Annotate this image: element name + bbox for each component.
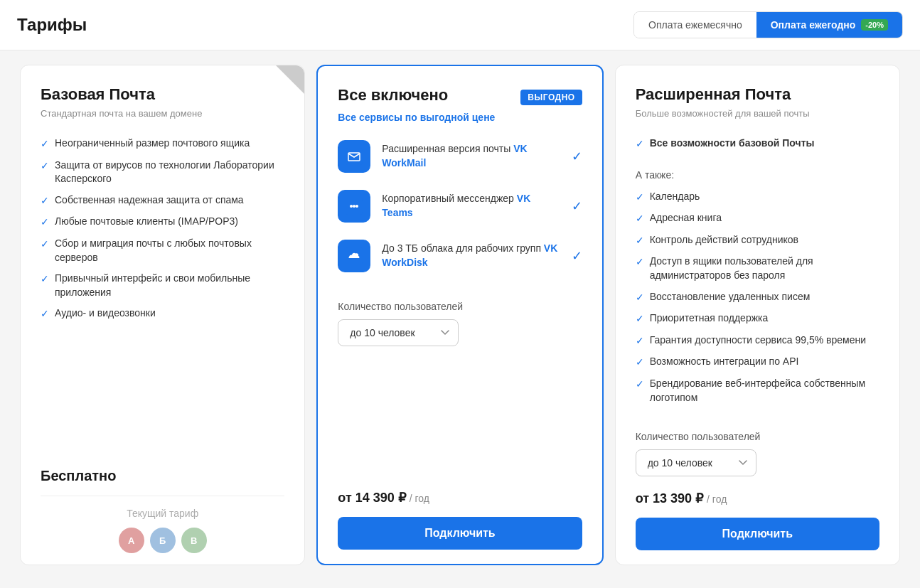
plan-badge-row: Все включено ВЫГОДНО: [338, 86, 582, 109]
plan-all-inclusive-name: Все включено: [338, 86, 448, 105]
plan-all-inclusive: Все включено ВЫГОДНО Все сервисы по выго…: [316, 65, 603, 565]
feature-text: Возможность интеграции по API: [650, 355, 799, 369]
feature-text: Восстановление удаленных писем: [650, 290, 811, 304]
check-icon: ✓: [636, 356, 644, 370]
connect-button-all-inclusive[interactable]: Подключить: [338, 517, 582, 550]
users-select-extended[interactable]: до 10 человек: [636, 449, 756, 476]
check-icon: ✓: [636, 137, 644, 151]
plans-container: Базовая Почта Стандартная почта на вашем…: [0, 50, 920, 579]
service-item-messenger: Корпоративный мессенджер VK Teams ✓: [338, 187, 582, 225]
feature-item: ✓ Аудио- и видеозвонки: [41, 303, 284, 325]
feature-item: ✓ Гарантия доступности сервиса 99,5% вре…: [636, 330, 879, 352]
connect-button-extended[interactable]: Подключить: [636, 518, 879, 550]
svg-point-5: [355, 205, 358, 208]
plan-extended-features: ✓ Все возможности базовой Почты: [636, 133, 879, 155]
main-feature-item: ✓ Все возможности базовой Почты: [636, 133, 879, 155]
svg-point-4: [353, 205, 355, 208]
price-row-extended: от 13 390 ₽ / год: [636, 476, 879, 518]
feature-item: ✓ Приоритетная поддержка: [636, 308, 879, 330]
plan-subtitle: Все сервисы по выгодной цене: [338, 112, 582, 123]
billing-annual-button[interactable]: Оплата ежегодно -20%: [756, 12, 902, 38]
check-icon: ✓: [41, 137, 49, 151]
billing-toggle: Оплата ежемесячно Оплата ежегодно -20%: [633, 11, 903, 38]
users-section: Количество пользователей до 10 человек: [338, 289, 582, 346]
check-icon: ✓: [636, 212, 644, 226]
users-select[interactable]: до 10 человек: [338, 319, 459, 346]
feature-item: ✓ Собственная надежная защита от спама: [41, 190, 284, 212]
svg-point-3: [350, 205, 353, 208]
also-label: А также:: [636, 169, 879, 181]
avatar: В: [181, 528, 207, 553]
billing-monthly-button[interactable]: Оплата ежемесячно: [634, 12, 756, 38]
plan-extended-name: Расширенная Почта: [636, 85, 879, 104]
avatar-row: А Б В: [41, 528, 284, 553]
check-icon: ✓: [636, 334, 644, 348]
plan-extended-description: Больше возможностей для вашей почты: [636, 108, 879, 119]
plan-basic-name: Базовая Почта: [41, 85, 284, 104]
feature-item: ✓ Защита от вирусов по технологии Лабора…: [41, 155, 284, 190]
check-icon: ✓: [636, 234, 644, 248]
check-icon: ✓: [41, 307, 49, 321]
feature-text: Собственная надежная защита от спама: [55, 193, 244, 208]
plan-extended: Расширенная Почта Больше возможностей дл…: [615, 65, 900, 565]
main-feature-text: Все возможности базовой Почты: [650, 137, 815, 151]
top-bar: Тарифы Оплата ежемесячно Оплата ежегодно…: [0, 0, 920, 50]
check-icon: ✓: [41, 272, 49, 287]
feature-item: ✓ Доступ в ящики пользователей для админ…: [636, 251, 879, 286]
avatar: Б: [150, 528, 176, 553]
feature-item: ✓ Любые почтовые клиенты (IMAP/POP3): [41, 211, 284, 233]
check-icon: ✓: [41, 215, 49, 230]
service-item-mail: Расширенная версия почты VK WorkMail ✓: [338, 137, 582, 176]
check-icon: ✓: [41, 237, 49, 252]
feature-text: Брендирование веб-интерфейса собственным…: [650, 377, 879, 405]
price-amount-extended: от 13 390 ₽: [636, 491, 707, 506]
users-section-extended: Количество пользователей до 10 человек: [636, 419, 879, 476]
check-icon: ✓: [636, 191, 644, 205]
feature-text: Приоритетная поддержка: [650, 311, 769, 326]
check-icon: ✓: [41, 194, 49, 208]
feature-item: ✓ Сбор и миграция почты с любых почтовых…: [41, 233, 284, 268]
service-check-icon: ✓: [572, 248, 582, 264]
check-icon: ✓: [636, 255, 644, 269]
feature-text: Привычный интерфейс и свои мобильные при…: [55, 272, 284, 299]
plan-badge: ВЫГОДНО: [520, 90, 582, 105]
price-period-extended: / год: [707, 493, 727, 505]
service-text-mail: Расширенная версия почты VK WorkMail: [382, 142, 560, 170]
price-row: от 14 390 ₽ / год: [338, 476, 582, 517]
billing-annual-label: Оплата ежегодно: [771, 19, 856, 31]
service-check-icon: ✓: [572, 149, 582, 164]
feature-text: Доступ в ящики пользователей для админис…: [650, 255, 879, 282]
check-icon: ✓: [636, 312, 644, 326]
users-label: Количество пользователей: [338, 301, 582, 312]
feature-text: Контроль действий сотрудников: [650, 233, 798, 247]
feature-item: ✓ Адресная книга: [636, 208, 879, 230]
current-plan-footer: Текущий тариф А Б В: [41, 496, 284, 565]
service-text-disk: До 3 ТБ облака для рабочих групп VK Work…: [382, 242, 560, 269]
price-period: / год: [410, 493, 429, 504]
service-check-icon: ✓: [572, 198, 582, 214]
feature-item: ✓ Привычный интерфейс и свои мобильные п…: [41, 268, 284, 303]
discount-badge: -20%: [861, 19, 888, 31]
feature-item: ✓ Восстановление удаленных писем: [636, 287, 879, 309]
price-amount: от 14 390 ₽: [338, 491, 409, 505]
check-icon: ✓: [41, 159, 49, 173]
feature-text: Неограниченный размер почтового ящика: [55, 137, 250, 151]
disk-icon: [338, 240, 370, 272]
check-icon: ✓: [636, 291, 644, 305]
feature-item: ✓ Брендирование веб-интерфейса собственн…: [636, 373, 879, 408]
service-item-disk: До 3 ТБ облака для рабочих групп VK Work…: [338, 237, 582, 275]
service-text-messenger: Корпоративный мессенджер VK Teams: [382, 192, 560, 220]
feature-text: Календарь: [650, 190, 700, 204]
plan-basic: Базовая Почта Стандартная почта на вашем…: [20, 65, 305, 565]
feature-text: Защита от вирусов по технологии Лаборато…: [55, 159, 284, 186]
feature-item: ✓ Неограниченный размер почтового ящика: [41, 133, 284, 155]
feature-text: Адресная книга: [650, 211, 722, 225]
avatar: А: [119, 528, 144, 553]
feature-text: Аудио- и видеозвонки: [55, 306, 156, 321]
feature-item: ✓ Календарь: [636, 186, 879, 208]
feature-text: Любые почтовые клиенты (IMAP/POP3): [55, 215, 238, 229]
messenger-icon: [338, 190, 370, 223]
plan-basic-features: ✓ Неограниченный размер почтового ящика …: [41, 133, 284, 325]
page-title: Тарифы: [17, 15, 87, 35]
feature-item: ✓ Контроль действий сотрудников: [636, 230, 879, 252]
